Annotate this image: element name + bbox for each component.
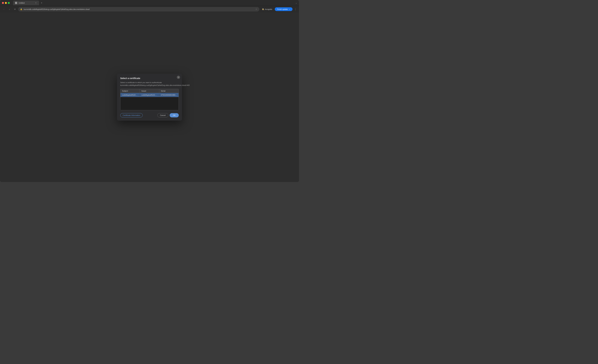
tab-chevron-icon[interactable]: ⌄ [295,2,297,4]
browser-menu-button[interactable]: ⋮ [293,7,297,11]
certificate-dialog: ✕ Select a certificate Select a certific… [117,74,182,121]
certificate-table: Subject Issuer Serial cuibbfkgdubf52i0ok… [120,89,179,110]
reload-button[interactable]: ✕ [13,7,17,12]
dialog-right-actions: Cancel OK [157,113,179,117]
modal-overlay: ✕ Select a certificate Select a certific… [0,12,299,182]
incognito-label: Incognito [265,8,272,10]
cell-serial: 07502A906B33B8... [159,93,179,97]
nav-right-controls: 🕵 Incognito Finish update ⌄ ⋮ [260,7,297,11]
browser-window: ↻ Untitled ✕ + ⌄ ‹ › ✕ 🔒 kurrentdb.cuibb… [0,0,299,182]
certificate-information-button[interactable]: Certificate Information [120,113,143,117]
cancel-button[interactable]: Cancel [157,113,168,117]
table-header-subject: Subject [120,89,140,93]
finish-update-label: Finish update [277,8,288,10]
forward-button[interactable]: › [7,7,12,12]
incognito-icon: 🕵 [262,8,264,10]
minimize-traffic-light[interactable] [5,2,7,4]
cell-subject: cuibbfkgdubf52i0okcg-kurrent... [120,93,140,97]
tab-title: Untitled [18,2,33,4]
lock-icon: 🔒 [20,8,22,10]
main-content: ✕ Select a certificate Select a certific… [0,12,299,182]
dialog-close-button[interactable]: ✕ [177,76,180,79]
back-button[interactable]: ‹ [2,7,6,12]
title-bar: ↻ Untitled ✕ + ⌄ [0,0,299,6]
table-header-serial: Serial [159,89,179,93]
cell-issuer: cuibbfkgdubf52i0o... [140,93,159,97]
table-empty-area [120,97,179,110]
dialog-description: Select a certificate to which you want t… [120,81,179,87]
table-row[interactable]: cuibbfkgdubf52i0okcg-kurrent... cuibbfkg… [120,93,179,97]
finish-update-chevron-icon: ⌄ [289,8,290,10]
traffic-lights [2,2,10,4]
incognito-button[interactable]: 🕵 Incognito [260,8,274,11]
table-header: Subject Issuer Serial [120,89,179,93]
dialog-title: Select a certificate [120,77,179,80]
dialog-actions: Certificate Information Cancel OK [120,113,179,117]
active-tab[interactable]: ↻ Untitled ✕ [13,1,39,5]
maximize-traffic-light[interactable] [8,2,10,4]
close-traffic-light[interactable] [2,2,4,4]
nav-bar: ‹ › ✕ 🔒 kurrentdb.cuibbfkgdubf52i0okcg.c… [0,6,299,12]
url-text: kurrentdb.cuibbfkgdubf52i0okcg.cud2g8cgd… [24,8,254,10]
new-tab-button[interactable]: + [40,1,43,5]
address-bar[interactable]: 🔒 kurrentdb.cuibbfkgdubf52i0okcg.cud2g8c… [18,7,259,12]
tab-favicon: ↻ [15,2,17,4]
tab-close-button[interactable]: ✕ [35,2,37,4]
tab-bar: ↻ Untitled ✕ + [13,1,294,5]
finish-update-button[interactable]: Finish update ⌄ [275,7,292,11]
table-header-issuer: Issuer [140,89,159,93]
ok-button[interactable]: OK [170,113,179,117]
bookmark-button[interactable]: ☆ [256,8,257,10]
